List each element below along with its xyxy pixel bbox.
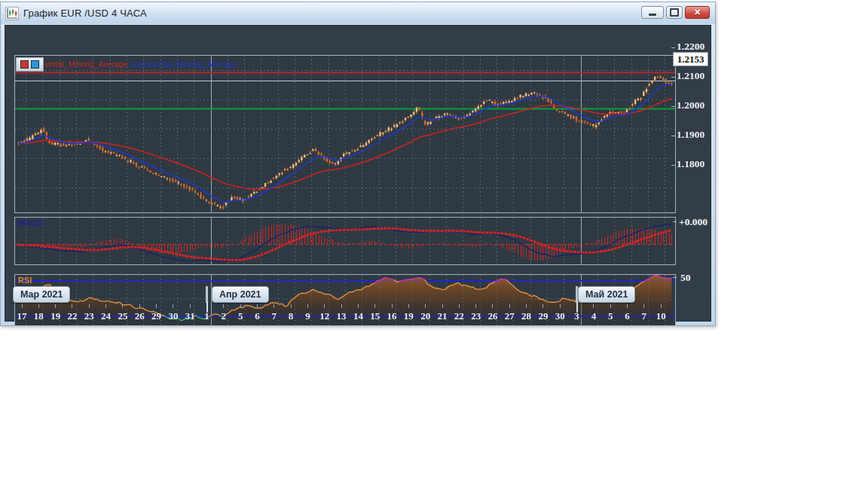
time-axis-label: 5	[608, 310, 613, 322]
time-axis-tick	[240, 304, 241, 308]
chart-client-area: ential_Moving_Average Exponential_Moving…	[5, 25, 711, 322]
macd-panel: MACD	[14, 217, 676, 265]
month-boundary-marker	[206, 286, 208, 303]
time-axis-label: 29	[538, 310, 548, 322]
time-axis-tick	[341, 304, 342, 308]
macd-chart-canvas[interactable]	[15, 218, 675, 264]
macd-axis-tick	[673, 221, 677, 222]
close-button[interactable]: ✕	[685, 6, 710, 19]
time-axis-tick	[358, 304, 359, 308]
time-axis-tick	[307, 304, 308, 308]
time-axis-label: 21	[438, 310, 448, 322]
month-badge: Май 2021	[578, 286, 635, 303]
time-axis-label: 26	[135, 310, 145, 322]
time-axis-tick	[139, 304, 140, 308]
time-axis-tick	[442, 304, 443, 308]
price-axis-tick	[671, 47, 675, 48]
time-axis-tick	[156, 304, 157, 308]
time-axis-tick	[190, 304, 191, 308]
legend-ema-slow-label: Exponential_Moving_Average	[132, 59, 237, 69]
time-axis-label: 5	[238, 310, 243, 322]
time-axis-label: 19	[404, 310, 414, 322]
candlestick-chart-icon	[5, 7, 19, 20]
time-axis-tick	[274, 304, 274, 308]
ema-blue-swatch-icon	[31, 60, 39, 69]
maximize-icon	[670, 8, 679, 17]
price-axis-tick	[671, 136, 675, 136]
time-axis-tick	[661, 304, 662, 308]
time-axis-label: 4	[591, 310, 597, 322]
time-axis-label: 24	[101, 310, 111, 322]
time-axis-label: 6	[625, 310, 630, 322]
time-axis-tick	[610, 304, 611, 308]
maximize-button[interactable]	[666, 6, 683, 19]
macd-zero-value: +0.000	[679, 216, 708, 228]
time-axis-tick	[122, 304, 123, 308]
time-axis-tick	[374, 304, 375, 308]
time-axis-tick	[223, 304, 224, 308]
time-axis-tick	[291, 304, 292, 308]
time-axis-tick	[38, 304, 39, 308]
time-axis-label: 23	[84, 310, 94, 322]
time-axis-tick	[257, 304, 258, 308]
time-axis-label: 15	[370, 310, 380, 322]
time-axis-label: 8	[289, 310, 294, 322]
price-axis-tick	[671, 77, 675, 78]
time-axis-label: 30	[555, 310, 565, 322]
time-axis-label: 7	[272, 310, 277, 322]
time-axis-label: 9	[305, 310, 310, 322]
macd-label: MACD	[18, 218, 43, 227]
time-axis-tick	[459, 304, 460, 308]
price-chart-canvas[interactable]	[15, 56, 675, 212]
time-axis-label: 17	[17, 310, 27, 322]
chart-window: График EUR /USD 4 ЧАСА ✕ ential_Moving_A…	[0, 2, 716, 326]
time-axis-tick	[526, 304, 527, 308]
month-badge: Мар 2021	[13, 286, 70, 303]
desktop: График EUR /USD 4 ЧАСА ✕ ential_Moving_A…	[0, 0, 868, 488]
close-icon: ✕	[694, 8, 701, 17]
time-axis-tick	[392, 304, 393, 308]
time-axis-tick	[509, 304, 510, 308]
time-axis-tick	[475, 304, 476, 308]
time-axis-tick	[408, 304, 409, 308]
time-axis-tick	[22, 304, 23, 308]
time-axis-label: 26	[487, 310, 497, 322]
price-axis-label: 1.2000	[677, 99, 704, 111]
time-axis-tick	[324, 304, 325, 308]
time-axis-label: 25	[118, 310, 127, 322]
time-axis-label: 18	[34, 310, 44, 322]
time-axis-tick	[55, 304, 56, 308]
current-price-box: 1.2153	[673, 52, 708, 66]
time-axis-label: 23	[471, 310, 481, 322]
time-axis-label: 16	[387, 310, 397, 322]
time-axis-label: 6	[255, 310, 260, 322]
time-axis-tick	[425, 304, 426, 308]
window-title: График EUR /USD 4 ЧАСА	[23, 8, 147, 19]
price-axis-label: 1.1800	[677, 158, 704, 170]
time-axis-label: 14	[353, 310, 363, 322]
time-axis-tick	[542, 304, 543, 308]
window-controls: ✕	[641, 6, 710, 19]
rsi-level-50-value: 50	[680, 272, 691, 284]
time-axis-tick	[593, 304, 594, 308]
price-axis-label: 1.1900	[677, 129, 704, 141]
time-axis-tick	[72, 304, 72, 308]
time-axis-label: 20	[420, 310, 430, 322]
time-axis-label: 1	[204, 310, 209, 322]
time-axis-tick	[492, 304, 493, 308]
price-axis-tick	[671, 106, 675, 107]
time-axis-tick	[89, 304, 90, 308]
time-axis-label: 3	[574, 310, 579, 322]
minimize-icon	[649, 14, 656, 16]
title-bar[interactable]: График EUR /USD 4 ЧАСА ✕	[1, 2, 715, 24]
price-axis-label: 1.2200	[677, 41, 704, 53]
time-axis-label: 19	[50, 310, 60, 322]
price-panel: ential_Moving_Average Exponential_Moving…	[14, 55, 676, 213]
time-axis-label: 22	[454, 310, 464, 322]
time-axis-label: 7	[642, 310, 647, 322]
time-axis-tick	[627, 304, 628, 308]
minimize-button[interactable]	[641, 6, 664, 19]
time-axis-label: 28	[521, 310, 531, 322]
time-axis-tick	[643, 304, 644, 308]
ema-red-swatch-icon	[20, 60, 29, 69]
